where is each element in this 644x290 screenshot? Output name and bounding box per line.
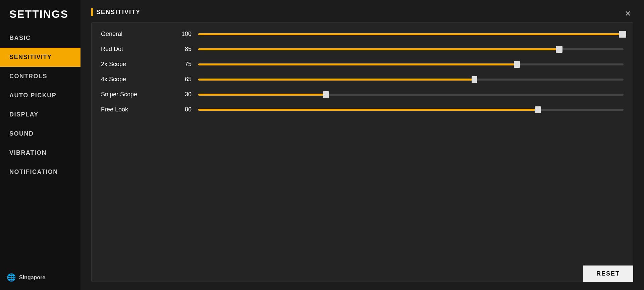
slider-row-free-look: Free Look 80 <box>92 102 633 117</box>
slider-row-4x-scope: 4x Scope 65 <box>92 72 633 87</box>
section-indicator <box>91 8 93 16</box>
close-button[interactable]: × <box>620 5 636 21</box>
slider-row-sniper-scope: Sniper Scope 30 <box>92 87 633 102</box>
slider-label: 2x Scope <box>101 61 168 68</box>
region-label: Singapore <box>19 275 45 281</box>
slider-input[interactable] <box>198 106 624 113</box>
slider-input[interactable] <box>198 61 624 68</box>
sidebar-item-display[interactable]: DISPLAY <box>0 105 80 124</box>
slider-value: 85 <box>175 46 192 53</box>
sidebar-item-sensitivity[interactable]: SENSITIVITY <box>0 48 80 67</box>
slider-label: General <box>101 31 168 38</box>
slider-input[interactable] <box>198 46 624 53</box>
slider-value: 30 <box>175 91 192 98</box>
globe-icon: 🌐 <box>7 273 16 282</box>
slider-value: 75 <box>175 61 192 68</box>
close-icon: × <box>625 8 631 18</box>
sidebar-nav: BASICSENSITIVITYCONTROLSAUTO PICKUPDISPL… <box>0 29 80 182</box>
section-header: SENSITIVITY <box>91 8 633 16</box>
slider-track-container <box>198 31 624 38</box>
settings-title: SETTINGS <box>0 0 80 27</box>
sidebar-item-auto-pickup[interactable]: AUTO PICKUP <box>0 86 80 105</box>
slider-value: 80 <box>175 106 192 113</box>
slider-value: 100 <box>175 31 192 38</box>
sidebar: SETTINGS BASICSENSITIVITYCONTROLSAUTO PI… <box>0 0 80 290</box>
slider-label: Free Look <box>101 106 168 113</box>
slider-row-general: General 100 <box>92 27 633 42</box>
section-title: SENSITIVITY <box>96 9 141 16</box>
main-content: SENSITIVITY General 100 Red Dot 85 <box>80 0 644 290</box>
slider-track-container <box>198 46 624 53</box>
slider-track-container <box>198 61 624 68</box>
reset-button[interactable]: RESET <box>583 265 633 282</box>
sidebar-item-sound[interactable]: SOUND <box>0 124 80 143</box>
slider-label: Sniper Scope <box>101 91 168 98</box>
sidebar-item-controls[interactable]: CONTROLS <box>0 67 80 86</box>
slider-label: 4x Scope <box>101 76 168 83</box>
slider-row-2x-scope: 2x Scope 75 <box>92 57 633 72</box>
slider-input[interactable] <box>198 31 624 38</box>
sidebar-item-vibration[interactable]: VIBRATION <box>0 143 80 162</box>
sensitivity-panel: General 100 Red Dot 85 2x Scope 75 <box>91 22 633 282</box>
slider-value: 65 <box>175 76 192 83</box>
slider-track-container <box>198 76 624 83</box>
slider-input[interactable] <box>198 91 624 98</box>
slider-label: Red Dot <box>101 46 168 53</box>
slider-track-container <box>198 91 624 98</box>
slider-track-container <box>198 106 624 113</box>
slider-row-red-dot: Red Dot 85 <box>92 42 633 57</box>
sidebar-footer: 🌐 Singapore <box>0 273 80 282</box>
sidebar-item-basic[interactable]: BASIC <box>0 29 80 48</box>
sidebar-item-notification[interactable]: NOTIFICATION <box>0 162 80 182</box>
slider-input[interactable] <box>198 76 624 83</box>
